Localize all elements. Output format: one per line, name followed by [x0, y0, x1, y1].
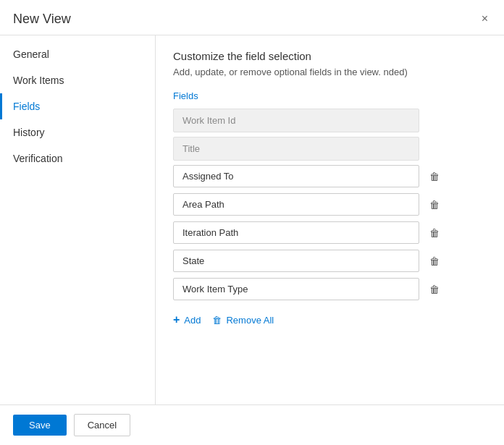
dialog-body: General Work Items Fields History Verifi… [0, 35, 504, 404]
save-button[interactable]: Save [13, 415, 67, 436]
sidebar-item-verification-label: Verification [13, 153, 62, 164]
sidebar-item-fields[interactable]: Fields [0, 93, 155, 119]
sidebar-item-history-label: History [13, 127, 45, 138]
fixed-field-work-item-id: Work Item Id [173, 109, 419, 132]
dialog-title: New View [13, 12, 71, 27]
plus-icon [173, 313, 180, 326]
trash-icon-iteration-path [429, 226, 440, 239]
add-button[interactable]: Add [173, 310, 201, 329]
field-input-state[interactable] [173, 250, 419, 272]
sidebar: General Work Items Fields History Verifi… [0, 35, 156, 404]
trash-icon-state [429, 255, 440, 267]
sidebar-item-verification[interactable]: Verification [0, 145, 155, 171]
cancel-button[interactable]: Cancel [74, 414, 130, 436]
field-input-iteration-path[interactable] [173, 221, 419, 244]
remove-all-label: Remove All [226, 315, 274, 326]
trash-icon-area-path [429, 198, 440, 211]
sidebar-item-general[interactable]: General [0, 41, 155, 67]
dialog-footer: Save Cancel [0, 404, 504, 445]
trash-icon-work-item-type [429, 283, 440, 295]
subtitle-extra: nded) [384, 67, 408, 77]
add-label: Add [184, 315, 201, 326]
section-subtitle: Add, update, or remove optional fields i… [173, 67, 487, 77]
remove-all-button[interactable]: Remove All [212, 312, 274, 329]
delete-work-item-type-button[interactable] [425, 281, 444, 298]
sidebar-item-history[interactable]: History [0, 119, 155, 145]
sidebar-item-general-label: General [13, 48, 49, 60]
delete-iteration-path-button[interactable] [425, 224, 444, 242]
section-title: Customize the field selection [173, 50, 487, 62]
delete-area-path-button[interactable] [425, 196, 444, 213]
main-content: Customize the field selection Add, updat… [156, 35, 504, 404]
trash-icon-remove-all [212, 315, 222, 326]
fields-label: Fields [173, 90, 487, 101]
actions-row: Add Remove All [173, 310, 487, 329]
sidebar-item-work-items[interactable]: Work Items [0, 67, 155, 93]
trash-icon-assigned-to [429, 170, 440, 182]
new-view-dialog: New View × General Work Items Fields His… [0, 0, 504, 445]
sidebar-item-work-items-label: Work Items [13, 75, 64, 86]
field-row-assigned-to [173, 165, 487, 187]
field-row-state [173, 250, 487, 272]
field-input-assigned-to[interactable] [173, 165, 419, 187]
field-row-work-item-type [173, 278, 487, 300]
delete-state-button[interactable] [425, 253, 444, 270]
delete-assigned-to-button[interactable] [425, 168, 444, 185]
field-input-area-path[interactable] [173, 193, 419, 216]
close-button[interactable]: × [479, 10, 491, 27]
dialog-header: New View × [0, 0, 504, 35]
sidebar-item-fields-label: Fields [13, 101, 40, 112]
subtitle-text: Add, update, or remove optional fields i… [173, 67, 381, 77]
fixed-field-title: Title [173, 137, 419, 161]
field-input-work-item-type[interactable] [173, 278, 419, 300]
field-row-area-path [173, 193, 487, 216]
field-row-iteration-path [173, 221, 487, 244]
